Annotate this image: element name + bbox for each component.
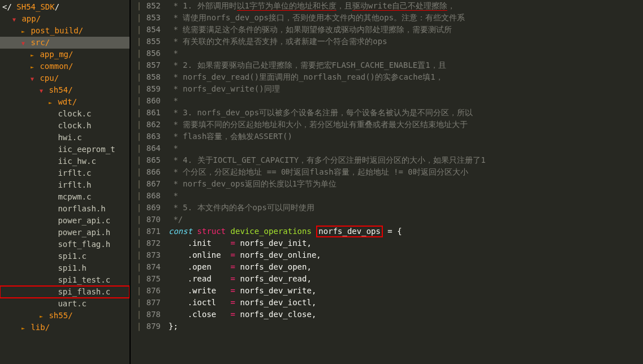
chevron-right-icon[interactable]: ► <box>38 310 44 322</box>
line-number: | 856 <box>131 47 164 59</box>
code-line[interactable]: * 统需要满足这个条件的驱动，如果期望修改成驱动内部处理擦除，需要测试所 <box>164 24 643 36</box>
chevron-right-icon[interactable]: ► <box>20 25 26 37</box>
comment-text: * 2. 如果需要驱动自己处理擦除，需要把宏FLASH_CACHE_ENABLE… <box>169 60 446 70</box>
code-line[interactable]: * <box>164 47 643 59</box>
code-line[interactable]: .read = norfs_dev_read, <box>164 273 643 285</box>
tree-root[interactable]: </ SH54_SDK/ <box>0 1 130 13</box>
variable-name: norfs_dev_ops <box>316 226 383 237</box>
code-line[interactable]: .close = norfs_dev_close, <box>164 309 643 320</box>
file-label: irflt.h <box>58 180 91 189</box>
code-line[interactable]: * 需要填不同的分区起始地址和大小，若分区地址有重叠或者最大分区结束地址大于 <box>164 119 643 131</box>
tree-folder[interactable]: ► common/ <box>0 60 130 72</box>
line-number: | 862 <box>131 119 164 131</box>
code-line[interactable]: * 3. norfs_dev_ops可以被多个设备名注册，每个设备名被认为是不同… <box>164 107 643 119</box>
code-line[interactable]: * <box>164 190 643 202</box>
code-line[interactable]: .init = norfs_dev_init, <box>164 237 643 249</box>
file-label: iic_hw.c <box>58 157 96 166</box>
line-number: | 866 <box>131 166 164 178</box>
line-number: | 876 <box>131 285 164 297</box>
tree-file[interactable]: spi1.c <box>0 250 130 262</box>
tree-file[interactable]: soft_flag.h <box>0 239 130 250</box>
equals-op: = <box>231 310 235 319</box>
tree-file[interactable]: spi_flash.c <box>0 286 130 298</box>
tree-file[interactable]: iic_hw.c <box>0 155 130 167</box>
code-line[interactable]: }; <box>164 320 643 332</box>
code-line[interactable]: const struct device_operations norfs_dev… <box>164 226 643 237</box>
tree-folder[interactable]: ► lib/ <box>0 322 130 333</box>
line-number: | 868 <box>131 190 164 202</box>
tree-file[interactable]: norflash.h <box>0 203 130 215</box>
chevron-down-icon[interactable]: ▼ <box>11 14 17 25</box>
chevron-right-icon[interactable]: ► <box>29 61 35 72</box>
folder-label: app/ <box>21 14 41 23</box>
code-editor[interactable]: * 1. 外部调用时以1字节为单位的地址和长度，且驱动write自己不处理擦除，… <box>164 0 643 364</box>
tree-folder[interactable]: ▼ cpu/ <box>0 72 130 84</box>
file-tree[interactable]: </ SH54_SDK/ ▼ app/► post_build/▼ src/► … <box>0 0 130 364</box>
code-line[interactable]: * <box>164 95 643 107</box>
chevron-right-icon[interactable]: ► <box>48 97 53 108</box>
tree-file[interactable]: power_api.h <box>0 227 130 239</box>
tree-folder[interactable]: ▼ sh54/ <box>0 84 130 96</box>
code-line[interactable]: .write = norfs_dev_write, <box>164 285 643 297</box>
chevron-down-icon[interactable]: ▼ <box>38 85 44 96</box>
chevron-right-icon[interactable]: ► <box>29 49 35 60</box>
tree-file[interactable]: spi1_test.c <box>0 274 130 286</box>
tree-folder[interactable]: ▼ src/ <box>0 37 130 49</box>
comma: , <box>312 298 316 307</box>
root-slash: / <box>55 2 59 11</box>
code-line[interactable]: * 4. 关于IOCTL_GET_CAPACITY，有多个分区注册时返回分区的大… <box>164 154 643 166</box>
tree-file[interactable]: mcpwm.c <box>0 191 130 203</box>
tree-file[interactable]: clock.h <box>0 120 130 132</box>
chevron-right-icon[interactable]: ► <box>20 322 26 333</box>
code-line[interactable]: .online = norfs_dev_online, <box>164 249 643 261</box>
tree-file[interactable]: clock.c <box>0 108 130 120</box>
comment-text: * 5. 本文件内的各个ops可以同时使用 <box>169 203 314 212</box>
folder-label: cpu/ <box>40 73 59 83</box>
chevron-down-icon[interactable]: ▼ <box>20 37 26 49</box>
tree-file[interactable]: uart.c <box>0 298 130 310</box>
code-line[interactable]: * 请使用norfs_dev_ops接口，否则使用本文件内的其他ops。注意：有… <box>164 12 643 24</box>
member-value: norfs_dev_ioctl <box>240 298 311 307</box>
equals-op: = <box>231 250 235 259</box>
tree-folder[interactable]: ▼ app/ <box>0 13 130 25</box>
code-line[interactable]: * norfs_dev_write()同理 <box>164 83 643 95</box>
comment-text: * <box>169 96 178 105</box>
line-number: | 874 <box>131 261 164 273</box>
type-name: device_operations <box>231 227 312 236</box>
tree-folder[interactable]: ► sh55/ <box>0 310 130 322</box>
code-line[interactable]: * 2. 如果需要驱动自己处理擦除，需要把宏FLASH_CACHE_ENABLE… <box>164 59 643 71</box>
code-line[interactable]: * flash容量，会触发ASSERT() <box>164 131 643 142</box>
tree-file[interactable]: irflt.h <box>0 179 130 191</box>
tree-file[interactable]: spi1.h <box>0 262 130 274</box>
code-line[interactable]: * 个分区，分区起始地址 == 0时返回flash容量，起始地址 != 0时返回… <box>164 166 643 178</box>
file-label: norflash.h <box>58 204 105 213</box>
code-line[interactable]: * 有关联的文件系统是否支持，或者新建一个符合需求的ops <box>164 36 643 47</box>
tree-file[interactable]: hwi.c <box>0 132 130 144</box>
line-number: | 861 <box>131 107 164 119</box>
comment-text: * 4. 关于IOCTL_GET_CAPACITY，有多个分区注册时返回分区的大… <box>169 155 486 164</box>
equals-op: = <box>231 298 235 307</box>
tree-file[interactable]: iic_eeprom_t <box>0 144 130 155</box>
code-line[interactable]: * 1. 外部调用时以1字节为单位的地址和长度，且驱动write自己不处理擦除， <box>164 0 643 12</box>
code-line[interactable]: .open = norfs_dev_open, <box>164 261 643 273</box>
tree-file[interactable]: irflt.c <box>0 167 130 179</box>
code-line[interactable]: */ <box>164 214 643 226</box>
line-number: | 869 <box>131 202 164 214</box>
comment-text: * norfs_dev_write()同理 <box>169 84 280 93</box>
code-line[interactable]: * norfs_dev_ops返回的长度以1字节为单位 <box>164 178 643 190</box>
line-number-gutter: | 852| 853| 854| 855| 856| 857| 858| 859… <box>131 0 164 364</box>
tree-file[interactable]: power_api.c <box>0 215 130 227</box>
line-number: | 867 <box>131 178 164 190</box>
line-number: | 857 <box>131 59 164 71</box>
code-line[interactable]: * 5. 本文件内的各个ops可以同时使用 <box>164 202 643 214</box>
tree-folder[interactable]: ► post_build/ <box>0 25 130 37</box>
keyword-struct: struct <box>197 227 226 236</box>
comment-text: * <box>169 144 178 153</box>
code-line[interactable]: * <box>164 142 643 154</box>
code-line[interactable]: .ioctl = norfs_dev_ioctl, <box>164 297 643 309</box>
code-line[interactable]: * norfs_dev_read()里面调用的_norflash_read()的… <box>164 71 643 83</box>
tree-folder[interactable]: ► app_mg/ <box>0 49 130 60</box>
tree-folder[interactable]: ► wdt/ <box>0 96 130 108</box>
chevron-down-icon[interactable]: ▼ <box>29 73 35 84</box>
line-number: | 873 <box>131 249 164 261</box>
